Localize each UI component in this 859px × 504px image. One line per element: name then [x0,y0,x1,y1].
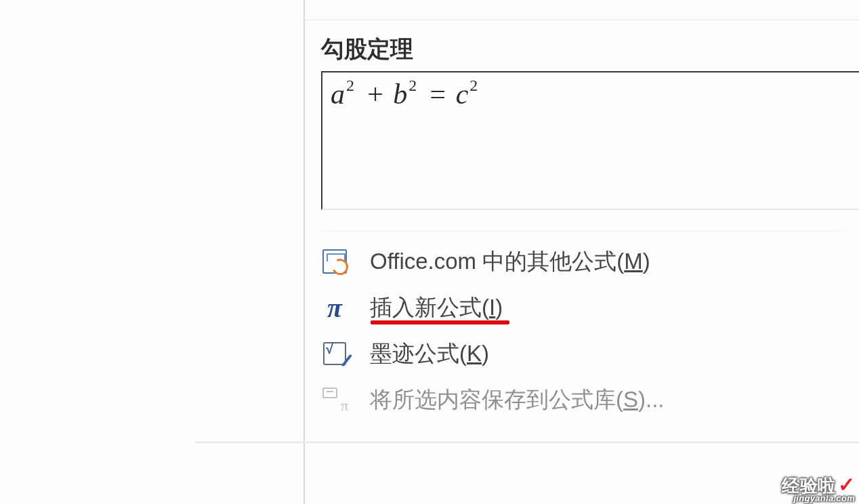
equation-menu: Office.com 中的其他公式(M) π 插入新公式(I) 墨迹公式(K) [305,230,859,423]
hotkey: K [467,341,482,366]
menu-label: 将所选内容保存到公式库(S)... [370,385,665,415]
menu-separator [310,230,855,232]
label-text: )... [638,387,665,412]
label-text: Office.com 中的其他公式( [370,249,624,274]
panel-top-divider [305,0,859,20]
label-text: ) [495,295,503,320]
equation-dropdown-panel: 勾股定理 a2 + b2 = c2 Office.com 中的其他公式(M) π… [303,0,859,504]
menu-item-save-to-gallery: π 将所选内容保存到公式库(S)... [305,377,859,423]
gallery-section-title: 勾股定理 [321,34,413,65]
label-text: 插入新公式( [370,295,489,320]
label-text: 将所选内容保存到公式库( [370,387,623,412]
menu-label: Office.com 中的其他公式(M) [370,247,650,277]
label-text: ) [482,341,489,366]
annotation-underline [371,320,509,324]
globe-office-icon [321,248,348,275]
save-to-gallery-icon: π [321,386,348,413]
menu-item-ink-equation[interactable]: 墨迹公式(K) [305,331,859,377]
menu-label: 插入新公式(I) [370,293,503,323]
label-text: ) [643,249,650,274]
hotkey: S [623,387,638,412]
equation-gallery-item-pythagorean[interactable]: a2 + b2 = c2 [321,71,859,210]
hotkey: M [624,249,643,274]
label-text: 墨迹公式( [370,341,467,366]
panel-bottom-divider [195,442,859,443]
menu-label: 墨迹公式(K) [370,339,489,369]
hotkey: I [489,295,495,320]
menu-item-office-more-equations[interactable]: Office.com 中的其他公式(M) [305,238,859,285]
pi-icon: π [321,294,348,321]
menu-item-insert-new-equation[interactable]: π 插入新公式(I) [305,285,859,331]
equation-preview-text: a2 + b2 = c2 [331,78,481,110]
ink-equation-icon [321,340,348,367]
